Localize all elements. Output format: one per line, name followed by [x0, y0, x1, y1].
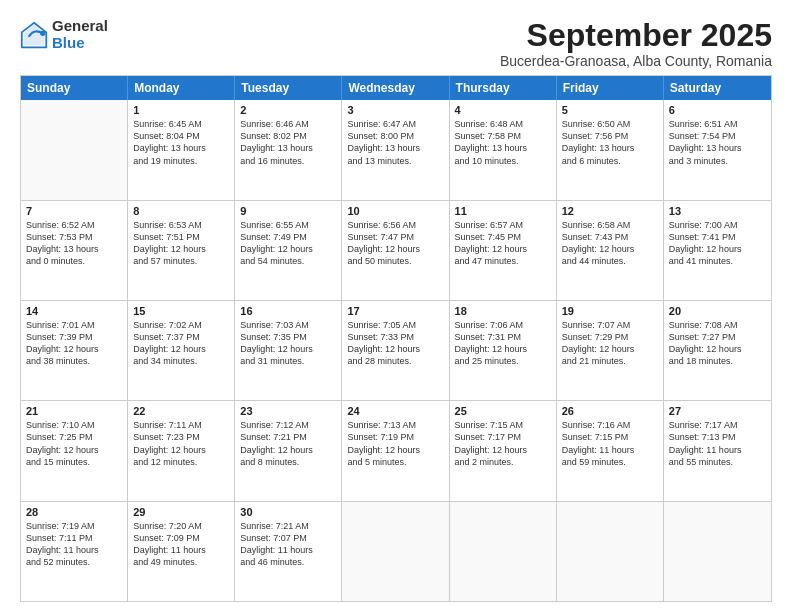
day-number: 24: [347, 405, 443, 417]
day-info: Sunrise: 6:48 AM Sunset: 7:58 PM Dayligh…: [455, 118, 551, 167]
day-number: 13: [669, 205, 766, 217]
calendar-cell: 6Sunrise: 6:51 AM Sunset: 7:54 PM Daylig…: [664, 100, 771, 199]
day-info: Sunrise: 6:52 AM Sunset: 7:53 PM Dayligh…: [26, 219, 122, 268]
day-number: 15: [133, 305, 229, 317]
day-number: 17: [347, 305, 443, 317]
day-info: Sunrise: 6:45 AM Sunset: 8:04 PM Dayligh…: [133, 118, 229, 167]
day-info: Sunrise: 7:21 AM Sunset: 7:07 PM Dayligh…: [240, 520, 336, 569]
header-saturday: Saturday: [664, 76, 771, 100]
logo-blue-text: Blue: [52, 35, 108, 52]
calendar-cell: 29Sunrise: 7:20 AM Sunset: 7:09 PM Dayli…: [128, 502, 235, 601]
header-friday: Friday: [557, 76, 664, 100]
day-info: Sunrise: 7:03 AM Sunset: 7:35 PM Dayligh…: [240, 319, 336, 368]
logo-icon: [20, 21, 48, 49]
calendar-cell: 3Sunrise: 6:47 AM Sunset: 8:00 PM Daylig…: [342, 100, 449, 199]
page: General Blue September 2025 Bucerdea-Gra…: [0, 0, 792, 612]
day-info: Sunrise: 6:57 AM Sunset: 7:45 PM Dayligh…: [455, 219, 551, 268]
day-number: 12: [562, 205, 658, 217]
calendar-cell: 21Sunrise: 7:10 AM Sunset: 7:25 PM Dayli…: [21, 401, 128, 500]
calendar-cell: 28Sunrise: 7:19 AM Sunset: 7:11 PM Dayli…: [21, 502, 128, 601]
day-number: 11: [455, 205, 551, 217]
header-wednesday: Wednesday: [342, 76, 449, 100]
logo: General Blue: [20, 18, 108, 51]
calendar-cell: 1Sunrise: 6:45 AM Sunset: 8:04 PM Daylig…: [128, 100, 235, 199]
day-number: 21: [26, 405, 122, 417]
day-number: 4: [455, 104, 551, 116]
calendar-header: Sunday Monday Tuesday Wednesday Thursday…: [21, 76, 771, 100]
day-info: Sunrise: 6:55 AM Sunset: 7:49 PM Dayligh…: [240, 219, 336, 268]
day-number: 29: [133, 506, 229, 518]
day-number: 14: [26, 305, 122, 317]
header-sunday: Sunday: [21, 76, 128, 100]
day-info: Sunrise: 7:16 AM Sunset: 7:15 PM Dayligh…: [562, 419, 658, 468]
title-location: Bucerdea-Granoasa, Alba County, Romania: [500, 53, 772, 69]
day-number: 8: [133, 205, 229, 217]
day-number: 3: [347, 104, 443, 116]
day-info: Sunrise: 7:01 AM Sunset: 7:39 PM Dayligh…: [26, 319, 122, 368]
calendar-cell: [342, 502, 449, 601]
calendar-cell: 11Sunrise: 6:57 AM Sunset: 7:45 PM Dayli…: [450, 201, 557, 300]
day-number: 30: [240, 506, 336, 518]
logo-general-text: General: [52, 18, 108, 35]
calendar-cell: [664, 502, 771, 601]
calendar-cell: 9Sunrise: 6:55 AM Sunset: 7:49 PM Daylig…: [235, 201, 342, 300]
day-number: 28: [26, 506, 122, 518]
day-number: 22: [133, 405, 229, 417]
calendar-cell: 2Sunrise: 6:46 AM Sunset: 8:02 PM Daylig…: [235, 100, 342, 199]
calendar-cell: 4Sunrise: 6:48 AM Sunset: 7:58 PM Daylig…: [450, 100, 557, 199]
day-info: Sunrise: 6:50 AM Sunset: 7:56 PM Dayligh…: [562, 118, 658, 167]
calendar-cell: [21, 100, 128, 199]
calendar-cell: [450, 502, 557, 601]
calendar-row-4: 21Sunrise: 7:10 AM Sunset: 7:25 PM Dayli…: [21, 400, 771, 500]
day-number: 7: [26, 205, 122, 217]
day-number: 26: [562, 405, 658, 417]
day-info: Sunrise: 7:19 AM Sunset: 7:11 PM Dayligh…: [26, 520, 122, 569]
calendar-row-1: 1Sunrise: 6:45 AM Sunset: 8:04 PM Daylig…: [21, 100, 771, 199]
calendar-cell: 23Sunrise: 7:12 AM Sunset: 7:21 PM Dayli…: [235, 401, 342, 500]
calendar-cell: 20Sunrise: 7:08 AM Sunset: 7:27 PM Dayli…: [664, 301, 771, 400]
calendar-cell: 22Sunrise: 7:11 AM Sunset: 7:23 PM Dayli…: [128, 401, 235, 500]
day-info: Sunrise: 6:53 AM Sunset: 7:51 PM Dayligh…: [133, 219, 229, 268]
calendar-cell: 27Sunrise: 7:17 AM Sunset: 7:13 PM Dayli…: [664, 401, 771, 500]
calendar-cell: 25Sunrise: 7:15 AM Sunset: 7:17 PM Dayli…: [450, 401, 557, 500]
calendar-cell: 30Sunrise: 7:21 AM Sunset: 7:07 PM Dayli…: [235, 502, 342, 601]
day-info: Sunrise: 7:15 AM Sunset: 7:17 PM Dayligh…: [455, 419, 551, 468]
header-thursday: Thursday: [450, 76, 557, 100]
day-info: Sunrise: 7:20 AM Sunset: 7:09 PM Dayligh…: [133, 520, 229, 569]
day-info: Sunrise: 7:10 AM Sunset: 7:25 PM Dayligh…: [26, 419, 122, 468]
logo-text: General Blue: [52, 18, 108, 51]
day-number: 23: [240, 405, 336, 417]
day-info: Sunrise: 7:17 AM Sunset: 7:13 PM Dayligh…: [669, 419, 766, 468]
calendar-row-5: 28Sunrise: 7:19 AM Sunset: 7:11 PM Dayli…: [21, 501, 771, 601]
calendar-cell: 17Sunrise: 7:05 AM Sunset: 7:33 PM Dayli…: [342, 301, 449, 400]
calendar-cell: 12Sunrise: 6:58 AM Sunset: 7:43 PM Dayli…: [557, 201, 664, 300]
day-number: 9: [240, 205, 336, 217]
day-number: 20: [669, 305, 766, 317]
day-number: 6: [669, 104, 766, 116]
day-number: 2: [240, 104, 336, 116]
day-info: Sunrise: 6:46 AM Sunset: 8:02 PM Dayligh…: [240, 118, 336, 167]
day-info: Sunrise: 6:47 AM Sunset: 8:00 PM Dayligh…: [347, 118, 443, 167]
header: General Blue September 2025 Bucerdea-Gra…: [20, 18, 772, 69]
calendar-row-3: 14Sunrise: 7:01 AM Sunset: 7:39 PM Dayli…: [21, 300, 771, 400]
day-info: Sunrise: 7:07 AM Sunset: 7:29 PM Dayligh…: [562, 319, 658, 368]
calendar-row-2: 7Sunrise: 6:52 AM Sunset: 7:53 PM Daylig…: [21, 200, 771, 300]
calendar-cell: 24Sunrise: 7:13 AM Sunset: 7:19 PM Dayli…: [342, 401, 449, 500]
calendar-cell: 10Sunrise: 6:56 AM Sunset: 7:47 PM Dayli…: [342, 201, 449, 300]
day-info: Sunrise: 7:12 AM Sunset: 7:21 PM Dayligh…: [240, 419, 336, 468]
calendar-cell: [557, 502, 664, 601]
day-number: 27: [669, 405, 766, 417]
day-info: Sunrise: 6:58 AM Sunset: 7:43 PM Dayligh…: [562, 219, 658, 268]
svg-point-2: [40, 30, 45, 35]
day-number: 5: [562, 104, 658, 116]
day-number: 18: [455, 305, 551, 317]
calendar-cell: 7Sunrise: 6:52 AM Sunset: 7:53 PM Daylig…: [21, 201, 128, 300]
day-info: Sunrise: 7:08 AM Sunset: 7:27 PM Dayligh…: [669, 319, 766, 368]
calendar-cell: 26Sunrise: 7:16 AM Sunset: 7:15 PM Dayli…: [557, 401, 664, 500]
calendar-cell: 14Sunrise: 7:01 AM Sunset: 7:39 PM Dayli…: [21, 301, 128, 400]
calendar-cell: 5Sunrise: 6:50 AM Sunset: 7:56 PM Daylig…: [557, 100, 664, 199]
day-info: Sunrise: 7:00 AM Sunset: 7:41 PM Dayligh…: [669, 219, 766, 268]
calendar-cell: 18Sunrise: 7:06 AM Sunset: 7:31 PM Dayli…: [450, 301, 557, 400]
day-number: 19: [562, 305, 658, 317]
day-info: Sunrise: 7:06 AM Sunset: 7:31 PM Dayligh…: [455, 319, 551, 368]
